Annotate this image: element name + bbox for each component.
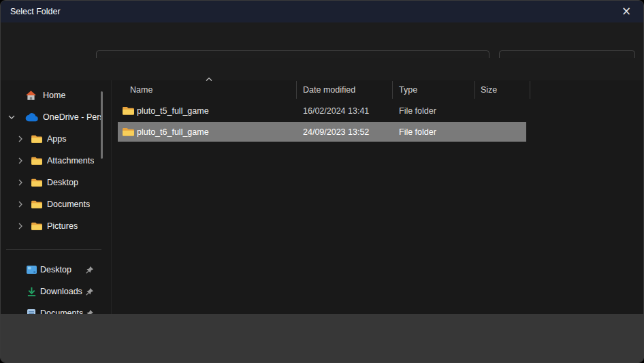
title-bar: Select Folder × xyxy=(1,1,643,22)
folder-icon xyxy=(31,134,43,144)
folder-icon xyxy=(122,106,135,116)
column-separator[interactable] xyxy=(296,81,297,99)
pin-icon xyxy=(85,266,94,274)
sidebar-item-label: Apps xyxy=(47,134,67,144)
sidebar-item-label: Attachments xyxy=(47,156,94,165)
dialog-footer: Folder: Select Folder Cancel xyxy=(1,314,643,363)
file-type: File folder xyxy=(399,122,436,142)
sidebar-item-documents[interactable]: Documents xyxy=(1,193,110,215)
desktop-icon xyxy=(26,265,37,274)
chevron-right-icon[interactable] xyxy=(16,201,25,208)
sidebar-item-desktop[interactable]: Desktop xyxy=(1,172,110,193)
sidebar-item-downloads-pinned[interactable]: Downloads xyxy=(1,281,110,302)
file-row-pluto-t5[interactable]: pluto_t5_full_game 16/02/2024 13:41 File… xyxy=(118,101,526,121)
file-date-modified: 16/02/2024 13:41 xyxy=(303,101,369,121)
sidebar-item-onedrive[interactable]: OneDrive - Perso xyxy=(1,106,110,128)
folder-icon xyxy=(31,200,43,209)
file-name: pluto_t6_full_game xyxy=(137,122,209,142)
chevron-right-icon[interactable] xyxy=(16,179,25,186)
column-separator[interactable] xyxy=(392,81,393,99)
sidebar-item-label: Downloads xyxy=(40,287,82,296)
folder-icon xyxy=(31,178,43,187)
onedrive-icon xyxy=(25,113,39,122)
navigation-bar: ← → ↑ This PC Windows (C:) Games Plutoni… xyxy=(1,22,643,58)
command-bar: Organise New folder ? xyxy=(1,58,643,80)
chevron-down-icon[interactable] xyxy=(7,114,16,120)
sidebar-item-label: Documents xyxy=(47,200,90,209)
dialog-title: Select Folder xyxy=(10,1,61,22)
column-separator[interactable] xyxy=(474,81,475,99)
column-header-date-modified[interactable]: Date modified xyxy=(303,82,355,98)
close-button[interactable]: × xyxy=(613,1,639,22)
sidebar-item-pictures[interactable]: Pictures xyxy=(1,215,110,237)
file-row-pluto-t6-selected[interactable]: pluto_t6_full_game 24/09/2023 13:52 File… xyxy=(118,122,526,142)
sidebar-item-label: OneDrive - Perso xyxy=(43,112,101,122)
chevron-right-icon[interactable] xyxy=(16,223,25,230)
sidebar-divider xyxy=(6,249,101,250)
sidebar-item-label: Home xyxy=(43,91,65,100)
file-type: File folder xyxy=(399,101,436,121)
column-header-type[interactable]: Type xyxy=(399,82,417,98)
chevron-right-icon[interactable] xyxy=(16,157,25,164)
chevron-right-icon[interactable] xyxy=(16,136,25,142)
home-icon xyxy=(25,90,37,101)
folder-icon xyxy=(31,221,43,231)
column-separator[interactable] xyxy=(530,81,530,99)
sidebar-item-label: Pictures xyxy=(47,221,78,231)
sidebar-item-desktop-pinned[interactable]: Desktop xyxy=(1,259,110,281)
file-name: pluto_t5_full_game xyxy=(137,101,209,121)
column-header-size[interactable]: Size xyxy=(481,82,497,98)
sidebar-item-attachments[interactable]: Attachments xyxy=(1,150,110,172)
sidebar-item-label: Desktop xyxy=(47,178,78,187)
column-header-name[interactable]: Name xyxy=(130,82,152,98)
sidebar-item-label: Desktop xyxy=(40,265,71,274)
sidebar-item-home[interactable]: Home xyxy=(1,84,110,106)
pane-divider xyxy=(111,80,112,314)
folder-icon xyxy=(31,156,43,165)
select-folder-dialog: Select Folder × ← → ↑ This PC Windows (C… xyxy=(0,0,644,363)
sort-ascending-icon xyxy=(205,77,213,82)
file-date-modified: 24/09/2023 13:52 xyxy=(303,122,369,142)
pin-icon xyxy=(85,287,94,296)
folder-icon xyxy=(122,127,135,137)
sidebar-item-apps[interactable]: Apps xyxy=(1,128,110,150)
downloads-icon xyxy=(27,287,37,297)
sidebar-scrollbar[interactable] xyxy=(101,91,103,159)
